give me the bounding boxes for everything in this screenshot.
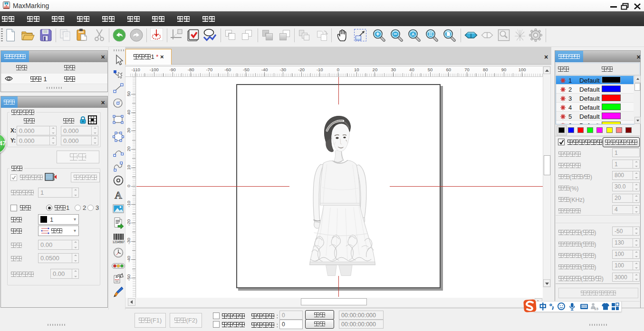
svg-text:15: 15 xyxy=(594,307,598,311)
svg-text:A: A xyxy=(115,189,122,201)
svg-text:1234567: 1234567 xyxy=(113,240,125,244)
svg-text:A: A xyxy=(412,32,415,37)
